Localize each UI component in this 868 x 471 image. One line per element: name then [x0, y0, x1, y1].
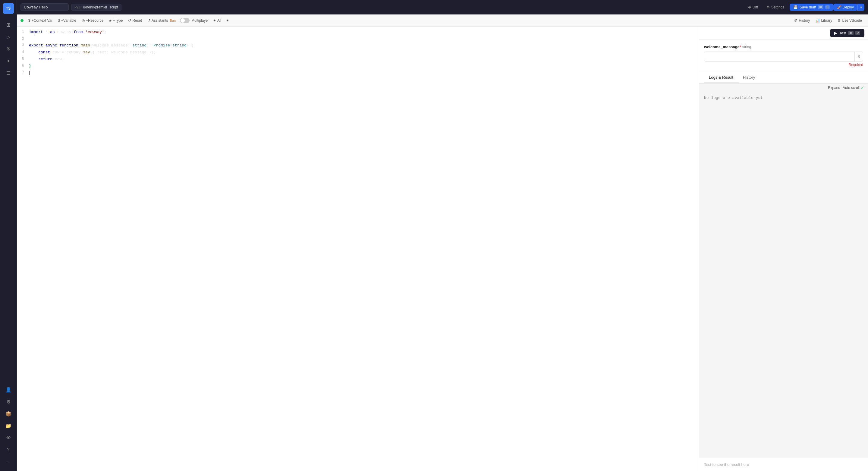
ai-button[interactable]: ✦ AI	[211, 17, 223, 24]
save-kbd1: ⌘	[818, 5, 824, 9]
type-icon: ◈	[109, 19, 112, 23]
path-label: Path	[74, 5, 82, 9]
sidebar-item-home[interactable]: ⊞	[3, 19, 14, 30]
resource-label: +Resource	[86, 19, 103, 23]
logs-empty-message: No logs are available yet	[704, 96, 763, 100]
variable-button[interactable]: $ +Variable	[56, 17, 79, 24]
save-icon: 💾	[793, 5, 798, 9]
diff-label: Diff	[752, 5, 758, 9]
sidebar-item-user[interactable]: 👤	[3, 384, 14, 395]
line-content-7	[29, 70, 699, 76]
reset-icon: ↺	[128, 19, 131, 23]
deploy-dropdown-button[interactable]: ▾	[858, 4, 864, 11]
context-var-label: +Context Var	[32, 19, 53, 23]
code-editor[interactable]: 1import * as cowsay from 'cowsay';23expo…	[17, 27, 699, 471]
ai-icon: ✦	[213, 19, 216, 23]
multiplayer-switch[interactable]	[180, 18, 190, 23]
logs-content: No logs are available yet	[699, 92, 868, 458]
ai-label: AI	[217, 19, 221, 23]
context-var-button[interactable]: $ +Context Var	[26, 17, 55, 24]
sidebar: TS ⊞ ▷ $ ✦ ☰ 👤 ⚙ 📦 📁 👁 ? →	[0, 0, 17, 471]
sidebar-item-packages[interactable]: 📦	[3, 408, 14, 419]
vscode-button[interactable]: ⊞ Use VScode	[835, 17, 864, 24]
history-label: History	[799, 19, 810, 23]
content-area: 1import * as cowsay from 'cowsay';23expo…	[17, 27, 868, 471]
app-logo[interactable]: TS	[3, 3, 14, 14]
type-button[interactable]: ◈ +Type	[106, 17, 125, 24]
resource-button[interactable]: ◎ +Resource	[79, 17, 106, 24]
sidebar-item-variables[interactable]: $	[3, 43, 14, 54]
logs-section: Expand Auto scroll ✓ No logs are availab…	[699, 84, 868, 458]
script-name-input[interactable]	[21, 3, 69, 11]
path-value: u/henri/premier_script	[83, 5, 118, 9]
line-number-4: 4	[17, 50, 29, 55]
sidebar-item-eye[interactable]: 👁	[3, 433, 14, 443]
toolbar: $ +Context Var $ +Variable ◎ +Resource ◈…	[17, 14, 868, 27]
deploy-icon: 🚀	[837, 5, 841, 9]
save-draft-button[interactable]: 💾 Save draft ⌘ S	[789, 4, 833, 11]
param-label: welcome_message*string	[704, 45, 863, 49]
line-content-1: import * as cowsay from 'cowsay';	[29, 29, 699, 36]
sidebar-item-help[interactable]: ?	[3, 444, 14, 455]
param-input[interactable]	[704, 52, 855, 61]
right-panel: ▶ Test ⌘ ↵ welcome_message*string $ Requ…	[699, 27, 868, 471]
deploy-button[interactable]: 🚀 Deploy	[833, 4, 858, 11]
line-number-2: 2	[17, 36, 29, 42]
line-content-3: export async function main(welcome_messa…	[29, 42, 699, 49]
save-draft-label: Save draft	[800, 5, 816, 9]
required-star: *	[740, 45, 741, 49]
multiplayer-label: Multiplayer	[191, 19, 209, 23]
multiplayer-toggle: Multiplayer	[180, 18, 209, 23]
code-line-6: 6}	[17, 63, 699, 70]
code-line-7: 7	[17, 70, 699, 77]
save-deploy-group: 💾 Save draft ⌘ S 🚀 Deploy ▾	[789, 4, 864, 11]
sidebar-item-folders[interactable]: 📁	[3, 420, 14, 431]
assistants-button[interactable]: ↺ Assistants Bun	[145, 17, 178, 24]
code-line-5: 5 return cow;	[17, 56, 699, 63]
expand-button[interactable]: Expand	[828, 86, 840, 90]
library-icon: 📊	[815, 19, 820, 23]
windmill-icon: ✴	[226, 19, 229, 23]
line-number-6: 6	[17, 63, 29, 69]
sidebar-item-integrations[interactable]: ✦	[3, 56, 14, 66]
reset-label: Reset	[132, 19, 142, 23]
required-text: Required	[704, 63, 863, 67]
history-button[interactable]: ⏱ History	[792, 17, 812, 24]
topbar: Path u/henri/premier_script ⊕ Diff ⚙ Set…	[17, 0, 868, 14]
sidebar-item-expand[interactable]: →	[3, 457, 14, 467]
sidebar-item-calendar[interactable]: ☰	[3, 67, 14, 79]
context-var-icon: $	[28, 19, 30, 23]
main-area: Path u/henri/premier_script ⊕ Diff ⚙ Set…	[17, 0, 868, 471]
code-line-3: 3export async function main(welcome_mess…	[17, 42, 699, 49]
vscode-label: Use VScode	[842, 19, 862, 23]
logs-toolbar: Expand Auto scroll ✓	[699, 84, 868, 92]
path-badge[interactable]: Path u/henri/premier_script	[71, 4, 121, 11]
settings-button[interactable]: ⚙ Settings	[764, 4, 787, 11]
tab-history[interactable]: History	[738, 72, 760, 83]
type-label: +Type	[113, 19, 123, 23]
line-number-5: 5	[17, 56, 29, 62]
test-header: ▶ Test ⌘ ↵	[699, 27, 868, 40]
variable-icon: $	[58, 19, 60, 23]
result-section: Test to see the result here	[699, 458, 868, 471]
tab-logs-result[interactable]: Logs & Result	[704, 72, 738, 83]
settings-label: Settings	[771, 5, 784, 9]
reset-button[interactable]: ↺ Reset	[126, 17, 144, 24]
library-button[interactable]: 📊 Library	[813, 17, 835, 24]
auto-scroll-label: Auto scroll ✓	[843, 85, 864, 90]
save-kbd2: S	[825, 5, 830, 9]
test-kbd2: ↵	[855, 31, 860, 35]
settings-icon: ⚙	[767, 5, 770, 9]
line-number-3: 3	[17, 42, 29, 48]
windmill-icon-btn[interactable]: ✴	[224, 17, 231, 24]
diff-icon: ⊕	[748, 5, 751, 9]
assistants-icon: ↺	[147, 19, 150, 23]
history-icon: ⏱	[794, 19, 798, 23]
line-content-6: }	[29, 63, 699, 69]
line-content-5: return cow;	[29, 56, 699, 63]
sidebar-item-settings[interactable]: ⚙	[3, 396, 14, 407]
sidebar-item-run[interactable]: ▷	[3, 31, 14, 42]
line-number-1: 1	[17, 29, 29, 35]
diff-button[interactable]: ⊕ Diff	[745, 4, 761, 11]
test-button[interactable]: ▶ Test ⌘ ↵	[830, 29, 864, 37]
